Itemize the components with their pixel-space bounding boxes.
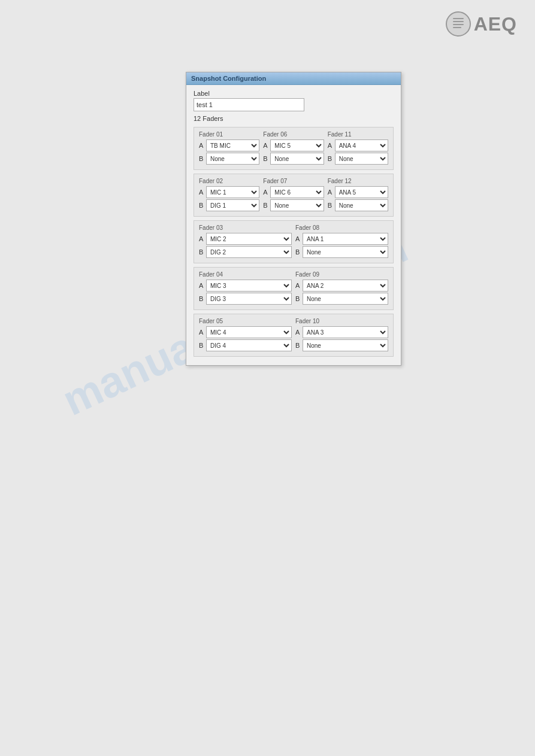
fader-11-a-select[interactable]: ANA 4 [335,139,388,151]
fader-09-b-select[interactable]: None [303,293,388,305]
fader-10-b-select[interactable]: None [303,339,388,351]
aeq-logo: AEQ [445,11,517,37]
fader-08-b-row: B None [295,246,388,258]
fader-09-col: Fader 09 A ANA 2 B None [295,271,388,306]
fader-11-col: Fader 11 A ANA 4 B None [328,131,388,166]
fader-05-label: Fader 05 [199,318,292,324]
fader-07-col: Fader 07 A MIC 6 B None [263,178,324,212]
dialog-content: Label 12 Faders Fader 01 A TB MIC B [186,85,401,365]
fader-01-col: Fader 01 A TB MIC B None [199,131,259,166]
fader-07-b-select[interactable]: None [270,199,324,211]
snapshot-dialog: Snapshot Configuration Label 12 Faders F… [186,72,401,366]
fader-04-b-select[interactable]: DIG 3 [206,293,292,305]
fader-08-a-select[interactable]: ANA 1 [303,233,388,245]
fader-12-a-row: A ANA 5 [328,186,388,198]
fader-03-b-select[interactable]: DIG 2 [206,246,292,258]
fader-03-a-label: A [199,235,205,242]
fader-10-b-label: B [295,342,301,349]
fader-06-b-select[interactable]: None [270,153,324,165]
dialog-title: Snapshot Configuration [186,72,401,85]
fader-06-col: Fader 06 A MIC 5 B None [263,131,324,166]
fader-11-a-label: A [328,142,334,149]
fader-01-b-select[interactable]: None [206,153,259,165]
fader-04-a-select[interactable]: MIC 3 [206,280,292,292]
fader-03-a-select[interactable]: MIC 2 [206,233,292,245]
fader-11-b-select[interactable]: None [335,153,388,165]
label-input[interactable] [194,98,304,111]
fader-10-a-row: A ANA 3 [295,326,388,338]
fader-02-label: Fader 02 [199,178,259,184]
fader-12-b-label: B [328,202,334,209]
svg-rect-4 [453,24,464,25]
fader-02-col: Fader 02 A MIC 1 B DIG 1 [199,178,259,212]
fader-03-b-row: B DIG 2 [199,246,292,258]
fader-01-b-label: B [199,155,205,162]
fader-11-b-label: B [328,155,334,162]
fader-05-b-label: B [199,342,205,349]
fader-04-b-label: B [199,295,205,302]
label-section: Label [194,90,394,111]
fader-08-a-label: A [295,235,301,242]
fader-04-col: Fader 04 A MIC 3 B DIG 3 [199,271,292,306]
label-field-label: Label [194,90,394,97]
fader-08-col: Fader 08 A ANA 1 B None [295,224,388,259]
fader-10-a-select[interactable]: ANA 3 [303,326,388,338]
svg-rect-5 [453,27,461,28]
fader-12-b-select[interactable]: None [335,199,388,211]
fader-12-a-select[interactable]: ANA 5 [335,186,388,198]
fader-02-a-label: A [199,189,205,196]
fader-03-label: Fader 03 [199,224,292,231]
fader-06-a-select[interactable]: MIC 5 [270,139,324,151]
svg-rect-2 [453,18,464,19]
fader-10-label: Fader 10 [295,318,388,324]
fader-row4-cols: Fader 04 A MIC 3 B DIG 3 [199,271,388,306]
fader-04-b-row: B DIG 3 [199,293,292,305]
fader-09-a-select[interactable]: ANA 2 [303,280,388,292]
fader-group-row-4: Fader 04 A MIC 3 B DIG 3 [194,267,394,310]
svg-rect-3 [453,21,464,22]
fader-group-row-5: Fader 05 A MIC 4 B DIG 4 [194,314,394,357]
fader-09-b-row: B None [295,293,388,305]
fader-09-b-label: B [295,295,301,302]
fader-04-a-label: A [199,282,205,289]
fader-05-b-select[interactable]: DIG 4 [206,339,292,351]
fader-07-a-row: A MIC 6 [263,186,324,198]
fader-01-a-select[interactable]: TB MIC [206,139,259,151]
fader-07-a-label: A [263,189,269,196]
fader-08-b-select[interactable]: None [303,246,388,258]
fader-05-b-row: B DIG 4 [199,339,292,351]
fader-01-label: Fader 01 [199,131,259,138]
fader-03-a-row: A MIC 2 [199,233,292,245]
fader-12-a-label: A [328,189,334,196]
fader-02-b-row: B DIG 1 [199,199,259,211]
fader-12-col: Fader 12 A ANA 5 B None [328,178,388,212]
fader-03-b-label: B [199,248,205,256]
aeq-logo-icon [445,11,471,37]
fader-06-a-row: A MIC 5 [263,139,324,151]
fader-05-a-select[interactable]: MIC 4 [206,326,292,338]
fader-row3-cols: Fader 03 A MIC 2 B DIG 2 [199,224,388,259]
fader-11-label: Fader 11 [328,131,388,138]
fader-01-a-label: A [199,142,205,149]
fader-02-b-select[interactable]: DIG 1 [206,199,259,211]
fader-08-b-label: B [295,248,301,256]
fader-01-a-row: A TB MIC [199,139,259,151]
fader-02-a-select[interactable]: MIC 1 [206,186,259,198]
fader-10-col: Fader 10 A ANA 3 B None [295,318,388,353]
fader-04-label: Fader 04 [199,271,292,278]
fader-07-b-row: B None [263,199,324,211]
fader-09-a-row: A ANA 2 [295,280,388,292]
fader-04-a-row: A MIC 3 [199,280,292,292]
fader-06-a-label: A [263,142,269,149]
fader-group-row-3: Fader 03 A MIC 2 B DIG 2 [194,220,394,263]
fader-02-a-row: A MIC 1 [199,186,259,198]
aeq-logo-text: AEQ [474,13,517,35]
fader-row5-cols: Fader 05 A MIC 4 B DIG 4 [199,318,388,353]
fader-12-b-row: B None [328,199,388,211]
fader-group-row-1: Fader 01 A TB MIC B None [194,127,394,170]
fader-09-a-label: A [295,282,301,289]
fader-03-col: Fader 03 A MIC 2 B DIG 2 [199,224,292,259]
fader-06-b-label: B [263,155,269,162]
fader-08-a-row: A ANA 1 [295,233,388,245]
fader-07-a-select[interactable]: MIC 6 [270,186,324,198]
